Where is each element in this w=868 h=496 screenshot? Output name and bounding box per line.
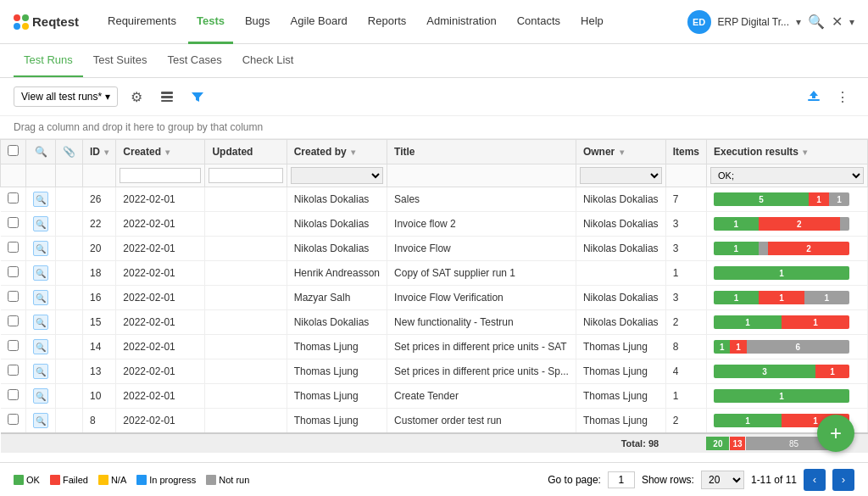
row-search-icon[interactable]: 🔍 — [33, 241, 48, 256]
svg-rect-2 — [161, 100, 173, 102]
nav-right: ED ERP Digital Tr... ▾ 🔍 ✕ ▾ — [687, 10, 854, 34]
legend-ok-label: OK — [26, 475, 40, 485]
filter-button[interactable] — [186, 85, 209, 109]
exec-results-cell: 111 — [706, 286, 867, 310]
fab-add-button[interactable]: + — [817, 415, 854, 452]
nav-reports[interactable]: Reports — [359, 0, 415, 44]
row-search-icon[interactable]: 🔍 — [33, 413, 48, 428]
table-row: 🔍222022-02-01Nikolas DokaliasInvoice flo… — [1, 212, 868, 237]
table-body: 🔍262022-02-01Nikolas DokaliasSalesNikola… — [1, 187, 868, 434]
user-avatar: ED — [687, 10, 711, 34]
th-owner[interactable]: Owner ▾ — [576, 140, 665, 164]
filter-owner[interactable] — [580, 167, 662, 184]
settings-button[interactable]: ⚙ — [125, 85, 148, 109]
nav-contacts[interactable]: Contacts — [509, 0, 569, 44]
tab-check-list[interactable]: Check List — [232, 43, 304, 77]
test-runs-table: 🔍 📎 ID ▾ Created ▾ Updated Created by ▾ … — [0, 139, 868, 453]
table-filter-row: OK; — [1, 164, 868, 187]
filter-created-by[interactable] — [291, 167, 383, 184]
group-button[interactable] — [155, 85, 179, 109]
top-nav: Reqtest Requirements Tests Bugs Agile Bo… — [0, 0, 868, 44]
row-checkbox[interactable] — [8, 217, 19, 228]
th-created-by[interactable]: Created by ▾ — [287, 140, 387, 164]
logo-icon — [14, 14, 29, 30]
exec-results-cell: 511 — [706, 187, 867, 212]
filter-created[interactable] — [120, 168, 201, 183]
th-updated[interactable]: Updated — [205, 140, 287, 164]
rows-per-page-select[interactable]: 20 50 100 — [701, 471, 744, 489]
row-checkbox[interactable] — [8, 242, 19, 253]
svg-rect-0 — [161, 92, 173, 94]
th-title[interactable]: Title — [387, 140, 576, 164]
table-row: 🔍202022-02-01Nikolas DokaliasInvoice Flo… — [1, 237, 868, 261]
logo: Reqtest — [14, 14, 79, 30]
exec-results-cell: 12 — [706, 212, 867, 237]
row-checkbox[interactable] — [8, 291, 19, 302]
pagination-controls: Go to page: Show rows: 20 50 100 1-11 of… — [548, 469, 854, 491]
row-checkbox[interactable] — [8, 315, 19, 326]
legend-inprogress: In progress — [136, 475, 196, 485]
th-created[interactable]: Created ▾ — [116, 140, 205, 164]
table-row: 🔍132022-02-01Thomas LjungSet prices in d… — [1, 359, 868, 384]
th-items[interactable]: Items — [665, 140, 706, 164]
legend-na: N/A — [98, 475, 126, 485]
table-row: 🔍262022-02-01Nikolas DokaliasSalesNikola… — [1, 187, 868, 212]
legend-notrun: Not run — [206, 475, 249, 485]
tab-test-cases[interactable]: Test Cases — [157, 43, 231, 77]
main-nav: Requirements Tests Bugs Agile Board Repo… — [99, 0, 687, 44]
nav-help[interactable]: Help — [572, 0, 612, 44]
table-row: 🔍182022-02-01Henrik AndreassonCopy of SA… — [1, 261, 868, 286]
legend-ok-color — [14, 475, 24, 485]
tab-test-suites[interactable]: Test Suites — [83, 43, 158, 77]
prev-page-button[interactable]: ‹ — [804, 469, 826, 491]
total-bar-ok: 20 — [706, 437, 729, 450]
row-search-icon[interactable]: 🔍 — [33, 216, 48, 231]
select-all-checkbox[interactable] — [8, 145, 19, 156]
page-input[interactable] — [608, 471, 635, 488]
export-button[interactable] — [802, 85, 826, 109]
legend-inprogress-color — [136, 475, 147, 485]
total-bar-failed: 13 — [730, 437, 744, 450]
th-execution-results[interactable]: Execution results ▾ — [706, 140, 867, 164]
exec-results-cell: 12 — [706, 237, 867, 261]
row-search-icon[interactable]: 🔍 — [33, 388, 48, 404]
filter-select[interactable]: View all test runs* ▾ — [14, 86, 118, 107]
row-checkbox[interactable] — [8, 340, 19, 351]
table-row: 🔍162022-02-01Mazyar SalhInvoice Flow Ver… — [1, 286, 868, 310]
show-rows-label: Show rows: — [642, 474, 694, 486]
row-checkbox[interactable] — [8, 266, 19, 277]
nav-requirements[interactable]: Requirements — [99, 0, 185, 44]
row-search-icon[interactable]: 🔍 — [33, 364, 48, 379]
row-search-icon[interactable]: 🔍 — [33, 315, 48, 330]
row-checkbox[interactable] — [8, 192, 19, 203]
row-search-icon[interactable]: 🔍 — [33, 339, 48, 354]
next-page-button[interactable]: › — [832, 469, 854, 491]
nav-bugs[interactable]: Bugs — [236, 0, 279, 44]
table-row: 🔍82022-02-01Thomas LjungCustomer order t… — [1, 409, 868, 434]
go-to-page-label: Go to page: — [548, 474, 601, 486]
th-id[interactable]: ID ▾ — [83, 140, 116, 164]
svg-rect-1 — [161, 96, 173, 98]
row-checkbox[interactable] — [8, 414, 19, 425]
close-nav-icon[interactable]: ✕ — [832, 14, 843, 30]
close-nav-dropdown[interactable]: ▾ — [849, 16, 854, 28]
legend-failed: Failed — [50, 475, 88, 485]
total-row: Total: 98 20 13 85 — [1, 433, 868, 453]
row-search-icon[interactable]: 🔍 — [33, 265, 48, 281]
filter-exec-results[interactable]: OK; — [710, 167, 864, 184]
nav-tests[interactable]: Tests — [188, 0, 233, 44]
row-search-icon[interactable]: 🔍 — [33, 290, 48, 305]
nav-agile-board[interactable]: Agile Board — [282, 0, 356, 44]
search-nav-icon[interactable]: 🔍 — [808, 14, 825, 30]
sub-nav: Test Runs Test Suites Test Cases Check L… — [0, 44, 868, 78]
table-header-row: 🔍 📎 ID ▾ Created ▾ Updated Created by ▾ … — [1, 140, 868, 164]
row-checkbox[interactable] — [8, 389, 19, 400]
row-search-icon[interactable]: 🔍 — [33, 192, 48, 207]
user-dropdown-icon[interactable]: ▾ — [796, 16, 801, 28]
toolbar-right: ⋮ — [802, 85, 854, 109]
nav-administration[interactable]: Administration — [418, 0, 504, 44]
more-button[interactable]: ⋮ — [831, 85, 854, 109]
tab-test-runs[interactable]: Test Runs — [14, 43, 83, 77]
filter-updated[interactable] — [209, 168, 282, 183]
row-checkbox[interactable] — [8, 365, 19, 376]
